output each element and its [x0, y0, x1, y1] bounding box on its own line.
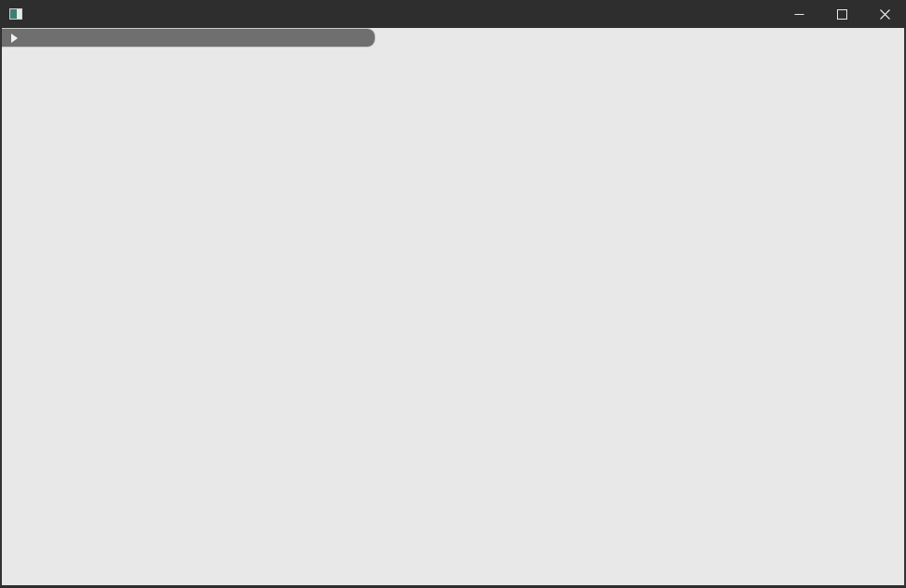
app-icon [9, 8, 22, 20]
chevron-right-icon [11, 34, 18, 43]
maximize-icon [837, 9, 847, 20]
titlebar[interactable] [0, 0, 906, 28]
close-button[interactable] [863, 0, 906, 28]
minimize-icon [794, 9, 804, 20]
render-viewport[interactable] [0, 28, 906, 588]
maximize-button[interactable] [820, 0, 863, 28]
app-window [0, 0, 906, 588]
minimize-button[interactable] [777, 0, 820, 28]
debug-collapsing-header[interactable] [2, 29, 375, 47]
window-controls [777, 0, 906, 28]
raytraced-scene-canvas[interactable] [2, 28, 904, 585]
close-icon [880, 9, 890, 20]
